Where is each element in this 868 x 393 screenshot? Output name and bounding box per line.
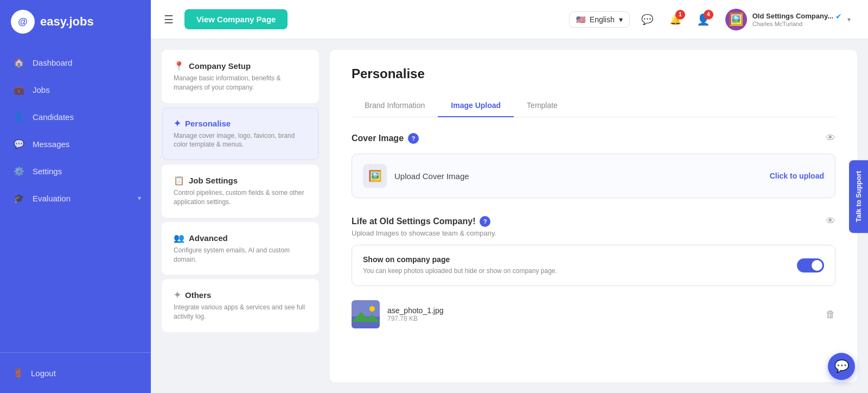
job-settings-icon: 📋 bbox=[174, 175, 184, 186]
sidebar-item-label: Messages bbox=[33, 140, 69, 149]
hamburger-icon[interactable]: ☰ bbox=[164, 13, 174, 26]
sidebar-bottom: 🚪 Logout bbox=[0, 352, 151, 393]
support-button[interactable]: Talk to Support bbox=[849, 160, 868, 233]
company-setup-desc: Manage basic information, benefits & man… bbox=[174, 74, 307, 92]
alerts-button[interactable]: 👤 4 bbox=[693, 9, 714, 30]
advanced-desc: Configure system emails, AI and custom d… bbox=[174, 246, 307, 264]
cover-image-info-icon[interactable]: ? bbox=[408, 133, 419, 144]
user-menu[interactable]: 🖼️ Old Settings Company... ✔ Charles McT… bbox=[721, 7, 855, 33]
chevron-down-icon: ▾ bbox=[619, 15, 623, 24]
photo-thumbnail bbox=[352, 300, 380, 328]
user-chevron-icon: ▾ bbox=[847, 16, 851, 23]
logo-icon: @ bbox=[11, 10, 35, 34]
tab-image-upload[interactable]: Image Upload bbox=[438, 94, 514, 117]
tab-template[interactable]: Template bbox=[514, 94, 571, 117]
cover-image-upload-box[interactable]: 🖼️ Upload Cover Image Click to upload bbox=[352, 154, 835, 198]
photo-name: ase_photo_1.jpg bbox=[387, 306, 818, 315]
logout-label: Logout bbox=[31, 369, 56, 378]
notifications-button[interactable]: 🔔 1 bbox=[665, 9, 686, 30]
advanced-title: Advanced bbox=[189, 233, 228, 243]
upload-link[interactable]: Click to upload bbox=[770, 172, 824, 180]
sidebar-item-candidates[interactable]: 👤 Candidates bbox=[0, 103, 151, 130]
life-title-row: Life at Old Settings Company! ? 👁 bbox=[352, 215, 835, 227]
cover-image-label: Cover Image bbox=[352, 134, 404, 143]
sidebar-item-label: Jobs bbox=[33, 85, 50, 94]
left-card-personalise[interactable]: ✦ Personalise Manage cover image, logo, … bbox=[162, 107, 319, 161]
tabs: Brand Information Image Upload Template bbox=[352, 94, 835, 117]
show-card-header: Show on company page You can keep photos… bbox=[363, 255, 824, 276]
sidebar-logo: @ easy.jobs bbox=[0, 0, 151, 43]
upload-thumb-icon: 🖼️ bbox=[363, 164, 387, 188]
sidebar-item-label: Candidates bbox=[33, 112, 74, 122]
chat-bubble-button[interactable]: 💬 bbox=[828, 353, 855, 380]
language-selector[interactable]: 🇺🇸 English ▾ bbox=[569, 11, 630, 28]
others-icon: ✦ bbox=[174, 290, 181, 300]
show-card-desc: You can keep photos uploaded but hide or… bbox=[363, 266, 557, 276]
messages-button[interactable]: 💬 bbox=[636, 9, 658, 30]
tab-brand-information[interactable]: Brand Information bbox=[352, 94, 438, 117]
others-desc: Integrate various apps & services and se… bbox=[174, 303, 307, 321]
main-area: ☰ View Company Page 🇺🇸 English ▾ 💬 🔔 1 👤… bbox=[151, 0, 868, 393]
sidebar-item-jobs[interactable]: 💼 Jobs bbox=[0, 76, 151, 103]
user-name: Old Settings Company... bbox=[752, 12, 833, 20]
left-card-others[interactable]: ✦ Others Integrate various apps & servic… bbox=[162, 279, 319, 332]
page-title: Personalise bbox=[352, 66, 835, 81]
job-settings-title: Job Settings bbox=[189, 176, 238, 185]
sidebar-item-dashboard[interactable]: 🏠 Dashboard bbox=[0, 49, 151, 76]
show-card-content: Show on company page You can keep photos… bbox=[363, 255, 557, 276]
content-area: 📍 Company Setup Manage basic information… bbox=[151, 39, 868, 393]
company-setup-icon: 📍 bbox=[174, 61, 184, 71]
gear-icon: ⚙️ bbox=[13, 165, 25, 177]
show-on-page-toggle[interactable] bbox=[797, 258, 824, 272]
avatar: 🖼️ bbox=[725, 9, 747, 30]
graduation-icon: 🎓 bbox=[13, 192, 25, 204]
sidebar-item-label: Settings bbox=[33, 167, 62, 176]
life-title-label: Life at Old Settings Company! bbox=[352, 217, 475, 226]
life-section-title: Life at Old Settings Company! ? bbox=[352, 216, 490, 227]
header: ☰ View Company Page 🇺🇸 English ▾ 💬 🔔 1 👤… bbox=[151, 0, 868, 39]
life-visibility-icon[interactable]: 👁 bbox=[826, 215, 835, 227]
logout-item[interactable]: 🚪 Logout bbox=[0, 360, 151, 385]
show-on-page-card: Show on company page You can keep photos… bbox=[352, 245, 835, 286]
briefcase-icon: 💼 bbox=[13, 84, 25, 96]
personalise-title: Personalise bbox=[185, 119, 231, 128]
svg-point-2 bbox=[369, 306, 375, 312]
chevron-down-icon: ▾ bbox=[138, 194, 141, 202]
life-section: Life at Old Settings Company! ? 👁 Upload… bbox=[352, 215, 835, 335]
verified-icon: ✔ bbox=[835, 12, 842, 21]
personalise-desc: Manage cover image, logo, favicon, brand… bbox=[174, 131, 307, 150]
right-panel: Personalise Brand Information Image Uplo… bbox=[330, 50, 857, 382]
view-company-button[interactable]: View Company Page bbox=[184, 9, 288, 29]
left-card-company-setup[interactable]: 📍 Company Setup Manage basic information… bbox=[162, 50, 319, 103]
photo-info: ase_photo_1.jpg 797.78 KB bbox=[387, 306, 818, 322]
sidebar-item-label: Dashboard bbox=[33, 58, 72, 67]
sidebar-item-messages[interactable]: 💬 Messages bbox=[0, 130, 151, 157]
cover-image-title: Cover Image ? bbox=[352, 133, 419, 144]
message-icon: 💬 bbox=[641, 14, 653, 26]
toggle-thumb bbox=[812, 260, 822, 271]
user-details: Old Settings Company... ✔ Charles McTurl… bbox=[752, 12, 842, 27]
left-card-job-settings[interactable]: 📋 Job Settings Control pipelines, custom… bbox=[162, 164, 319, 218]
left-panel: 📍 Company Setup Manage basic information… bbox=[162, 50, 319, 382]
upload-left: 🖼️ Upload Cover Image bbox=[363, 164, 469, 188]
sidebar-item-label: Evaluation bbox=[33, 194, 71, 203]
advanced-icon: 👥 bbox=[174, 233, 184, 243]
logout-icon: 🚪 bbox=[13, 368, 23, 378]
sidebar-nav: 🏠 Dashboard 💼 Jobs 👤 Candidates 💬 Messag… bbox=[0, 43, 151, 352]
user-icon: 👤 bbox=[13, 111, 25, 123]
sidebar-item-evaluation[interactable]: 🎓 Evaluation ▾ bbox=[0, 185, 151, 212]
photo-item: ase_photo_1.jpg 797.78 KB 🗑 bbox=[352, 294, 835, 335]
upload-label: Upload Cover Image bbox=[394, 172, 469, 181]
cover-image-header: Cover Image ? 👁 bbox=[352, 132, 835, 144]
cover-image-visibility-icon[interactable]: 👁 bbox=[826, 132, 835, 144]
flag-icon: 🇺🇸 bbox=[576, 15, 585, 24]
alert-badge: 4 bbox=[704, 10, 713, 20]
left-card-advanced[interactable]: 👥 Advanced Configure system emails, AI a… bbox=[162, 222, 319, 275]
photo-delete-icon[interactable]: 🗑 bbox=[826, 309, 835, 320]
job-settings-desc: Control pipelines, custom fields & some … bbox=[174, 188, 307, 207]
user-subtitle: Charles McTurland bbox=[752, 21, 842, 27]
life-subtitle: Upload Images to showcase team & company… bbox=[352, 229, 835, 237]
notification-badge: 1 bbox=[675, 10, 685, 20]
life-info-icon[interactable]: ? bbox=[480, 216, 490, 227]
sidebar-item-settings[interactable]: ⚙️ Settings bbox=[0, 157, 151, 185]
